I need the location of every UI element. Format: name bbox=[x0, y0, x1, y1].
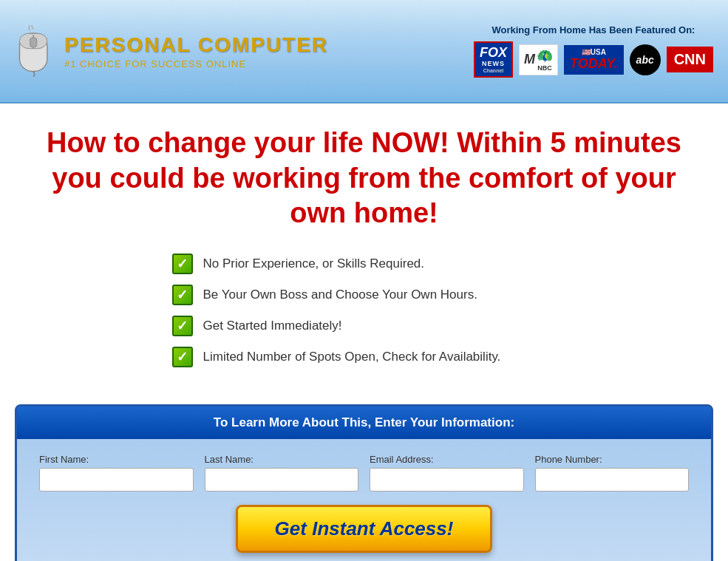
email-group: Email Address: bbox=[370, 454, 524, 492]
usa-today-logo: 🇺🇸USA TODAY. bbox=[564, 45, 624, 75]
form-body: First Name: Last Name: Email Address: Ph… bbox=[17, 439, 711, 562]
checklist-item-1: No Prior Experience, or Skills Required. bbox=[203, 256, 425, 271]
main-content: How to change your life NOW! Within 5 mi… bbox=[0, 103, 728, 404]
checklist-item-3: Get Started Immediately! bbox=[203, 319, 342, 333]
first-name-group: First Name: bbox=[39, 454, 194, 492]
form-header: To Learn More About This, Enter Your Inf… bbox=[17, 407, 711, 439]
list-item: No Prior Experience, or Skills Required. bbox=[172, 254, 557, 274]
logo-text: PERSONAL COMPUTER #1 CHOICE FOR SUCCESS … bbox=[64, 33, 328, 69]
last-name-label: Last Name: bbox=[205, 454, 359, 465]
check-icon-1 bbox=[172, 254, 193, 274]
header: PERSONAL COMPUTER #1 CHOICE FOR SUCCESS … bbox=[0, 0, 728, 103]
logo-title: PERSONAL COMPUTER bbox=[64, 33, 328, 57]
featured-section: Working From Home Has Been Featured On: … bbox=[474, 24, 713, 78]
headline: How to change your life NOW! Within 5 mi… bbox=[44, 126, 684, 231]
logo-section: PERSONAL COMPUTER #1 CHOICE FOR SUCCESS … bbox=[15, 25, 328, 77]
checklist-item-2: Be Your Own Boss and Choose Your Own Hou… bbox=[203, 288, 477, 302]
last-name-input[interactable] bbox=[205, 468, 359, 492]
check-icon-3 bbox=[172, 316, 193, 336]
email-input[interactable] bbox=[370, 468, 524, 492]
msnbc-logo: M 🦚 NBC bbox=[519, 44, 558, 75]
form-header-text: To Learn More About This, Enter Your Inf… bbox=[214, 415, 514, 429]
check-icon-4 bbox=[172, 347, 193, 367]
checklist-item-4: Limited Number of Spots Open, Check for … bbox=[203, 350, 501, 364]
phone-group: Phone Number: bbox=[535, 454, 690, 492]
phone-input[interactable] bbox=[535, 468, 690, 492]
svg-rect-3 bbox=[30, 38, 37, 47]
last-name-group: Last Name: bbox=[205, 454, 359, 492]
submit-area: Get Instant Access! bbox=[39, 505, 689, 553]
fox-news-logo: FOX NEWS Channel bbox=[474, 41, 513, 78]
submit-button[interactable]: Get Instant Access! bbox=[236, 505, 493, 553]
form-fields: First Name: Last Name: Email Address: Ph… bbox=[39, 454, 689, 492]
logo-subtitle: #1 CHOICE FOR SUCCESS ONLINE bbox=[64, 58, 328, 69]
first-name-label: First Name: bbox=[39, 454, 194, 465]
first-name-input[interactable] bbox=[39, 468, 194, 492]
list-item: Be Your Own Boss and Choose Your Own Hou… bbox=[172, 285, 557, 305]
featured-label: Working From Home Has Been Featured On: bbox=[474, 24, 713, 35]
abc-logo: abc bbox=[630, 44, 661, 75]
checklist: No Prior Experience, or Skills Required.… bbox=[172, 254, 557, 367]
media-logos: FOX NEWS Channel M 🦚 NBC 🇺🇸USA TODAY. ab… bbox=[474, 41, 713, 78]
phone-label: Phone Number: bbox=[535, 454, 690, 465]
check-icon-2 bbox=[172, 285, 193, 305]
list-item: Get Started Immediately! bbox=[172, 316, 557, 336]
email-label: Email Address: bbox=[370, 454, 524, 465]
mouse-icon bbox=[15, 25, 55, 77]
cnn-logo: CNN bbox=[667, 47, 713, 72]
form-section: To Learn More About This, Enter Your Inf… bbox=[15, 404, 713, 562]
list-item: Limited Number of Spots Open, Check for … bbox=[172, 347, 557, 367]
